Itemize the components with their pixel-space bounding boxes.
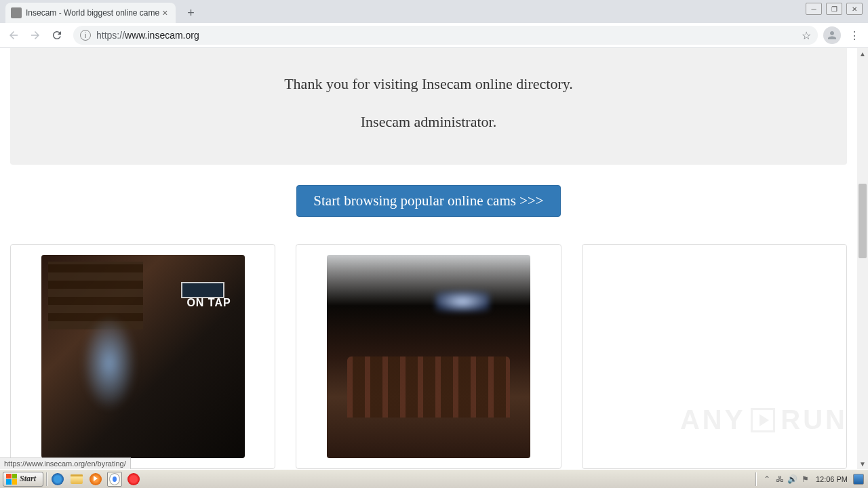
windows-logo-icon (6, 474, 17, 485)
on-tap-sign: ON TAP (186, 297, 231, 309)
arrow-right-icon (29, 29, 41, 41)
show-desktop-button[interactable] (853, 474, 864, 485)
tab-title: Insecam - World biggest online came (26, 8, 159, 18)
reload-icon (51, 29, 63, 41)
system-tray: ⌃ 🖧 🔊 ⚑ 12:06 PM (755, 472, 868, 486)
camera-cards: ON TAP (0, 244, 857, 469)
profile-avatar[interactable] (823, 26, 841, 44)
reload-button[interactable] (49, 27, 65, 43)
windows-taskbar: Start ⌃ 🖧 🔊 ⚑ 12:06 PM (0, 469, 868, 488)
camera-thumbnail-loading (612, 255, 816, 458)
url-text: https://www.insecam.org (96, 30, 802, 41)
window-controls: ─ ❐ ✕ (806, 3, 863, 15)
network-icon[interactable]: 🖧 (775, 474, 785, 484)
new-tab-button[interactable]: + (181, 3, 200, 22)
omnibox[interactable]: i https://www.insecam.org ☆ (73, 26, 818, 45)
favicon-icon (11, 7, 22, 18)
vertical-scrollbar[interactable]: ▲ ▼ (857, 48, 868, 469)
chrome-menu-button[interactable]: ⋮ (846, 27, 863, 43)
intro-panel: Thank you for visiting Insecam online di… (10, 48, 847, 165)
camera-card[interactable] (296, 244, 561, 469)
volume-icon[interactable]: 🔊 (788, 474, 797, 484)
status-bar-link: https://www.insecam.org/en/byrating/ (0, 458, 131, 469)
scroll-thumb[interactable] (859, 184, 867, 258)
camera-card[interactable] (582, 244, 847, 469)
back-button[interactable] (5, 27, 22, 43)
start-button[interactable]: Start (3, 472, 43, 487)
admin-signature: Insecam administrator. (31, 113, 827, 131)
chrome-taskbar-button[interactable] (107, 472, 122, 487)
minimize-button[interactable]: ─ (806, 3, 822, 15)
flag-icon[interactable]: ⚑ (801, 474, 810, 484)
browser-tab[interactable]: Insecam - World biggest online came × (5, 3, 176, 23)
close-tab-button[interactable]: × (159, 7, 170, 18)
clock[interactable]: 12:06 PM (816, 475, 848, 483)
arrow-left-icon (7, 29, 20, 41)
explorer-icon[interactable] (69, 472, 84, 487)
browser-chrome: ─ ❐ ✕ Insecam - World biggest online cam… (0, 0, 868, 48)
scroll-down-button[interactable]: ▼ (857, 458, 868, 469)
red-app-icon[interactable] (126, 472, 141, 487)
camera-thumbnail: ON TAP (41, 255, 245, 458)
maximize-button[interactable]: ❐ (826, 3, 842, 15)
start-browsing-button[interactable]: Start browsing popular online cams >>> (296, 185, 560, 217)
tray-expand-icon[interactable]: ⌃ (762, 474, 772, 484)
address-bar: i https://www.insecam.org ☆ ⋮ (0, 23, 868, 48)
thank-you-text: Thank you for visiting Insecam online di… (31, 75, 827, 93)
site-info-icon[interactable]: i (80, 30, 91, 41)
quick-launch (50, 472, 141, 487)
tab-strip: Insecam - World biggest online came × + (0, 0, 868, 23)
media-player-icon[interactable] (88, 472, 103, 487)
forward-button[interactable] (27, 27, 43, 43)
close-window-button[interactable]: ✕ (846, 3, 863, 15)
bookmark-star-icon[interactable]: ☆ (802, 29, 811, 42)
start-label: Start (20, 474, 36, 484)
scroll-up-button[interactable]: ▲ (857, 48, 868, 59)
page-viewport: Thank you for visiting Insecam online di… (0, 48, 868, 469)
camera-card[interactable]: ON TAP (10, 244, 275, 469)
camera-thumbnail (327, 255, 530, 458)
ie-icon[interactable] (50, 472, 65, 487)
person-icon (826, 29, 838, 41)
page-content: Thank you for visiting Insecam online di… (0, 48, 857, 469)
